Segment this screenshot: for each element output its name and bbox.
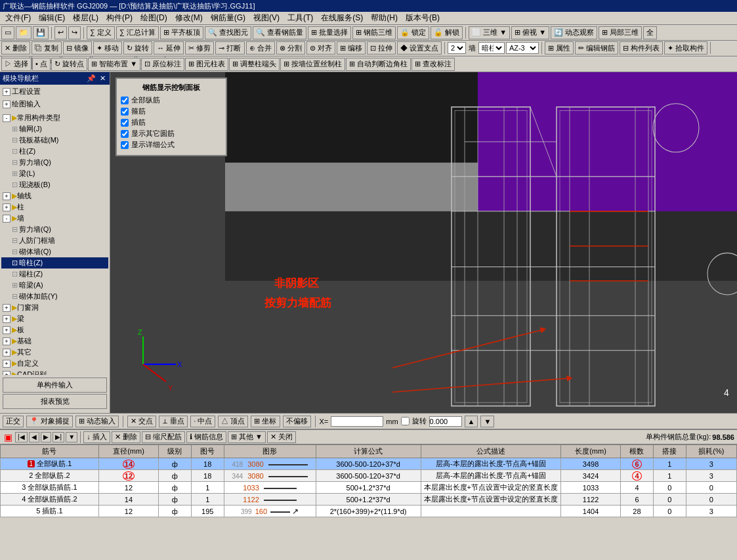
table-row[interactable]: 1 全部纵筋.1 14 ф 18 418 3080 3600-500-120+3… xyxy=(1,458,737,470)
tree-masonry-bar[interactable]: ⊟ 砌体加筋(Y) xyxy=(1,291,108,302)
tb-property[interactable]: ⊞ 属性 xyxy=(545,41,574,54)
menu-view[interactable]: 视图(V) xyxy=(249,11,284,25)
tree-column[interactable]: ⊡ 柱(Z) xyxy=(1,146,108,157)
tree-foundation[interactable]: + ▶ 基础 xyxy=(1,335,108,347)
tb-new[interactable]: ▭ xyxy=(1,26,14,39)
steel-check-1[interactable] xyxy=(121,108,129,116)
wall-type-select[interactable]: 暗柱 xyxy=(478,42,505,54)
tb-local3d[interactable]: ⊞ 局部三维 xyxy=(599,26,642,39)
tree-shearwall2[interactable]: ⊟ 剪力墙(Q) xyxy=(1,224,108,235)
tree-wall[interactable]: - ▶ 墙 xyxy=(1,213,108,224)
tree-darkbeam[interactable]: ⊞ 暗梁(A) xyxy=(1,280,108,291)
tb-mirror[interactable]: ⊟ 镜像 xyxy=(63,41,92,54)
lt-delete[interactable]: ✕ 删除 xyxy=(112,431,140,443)
bt-ortho[interactable]: 正交 xyxy=(3,416,24,427)
nav-first[interactable]: |◀ xyxy=(15,432,28,442)
table-row[interactable]: 4 全部纵筋插筋.2 14 ф 1 1122 500+1.2*37*d 本层露出… xyxy=(1,494,737,506)
tree-endcol[interactable]: ⊡ 端柱(Z) xyxy=(1,269,108,280)
tb-adjustend[interactable]: ⊞ 调整柱端头 xyxy=(229,58,280,71)
report-preview-btn[interactable]: 报表预览 xyxy=(3,394,107,409)
menu-version[interactable]: 版本号(B) xyxy=(402,11,444,25)
tb-open[interactable]: 📁 xyxy=(16,26,32,39)
tb-extend[interactable]: ↔ 延伸 xyxy=(154,41,184,54)
tb-move[interactable]: ✦ 移动 xyxy=(93,41,122,54)
single-component-btn[interactable]: 单构件输入 xyxy=(3,377,107,393)
steel-check-0[interactable] xyxy=(121,97,129,104)
lt-other[interactable]: ⊞ 其他 ▼ xyxy=(228,431,266,443)
section-header-draw[interactable]: + 绘图输入 xyxy=(1,98,108,110)
tree-beam[interactable]: ⊞ 梁(L) xyxy=(1,168,108,179)
section-header-setup[interactable]: + 工程设置 xyxy=(1,86,108,97)
tb-batchselect[interactable]: ⊞ 批量选择 xyxy=(308,26,351,39)
bt-rotate-down[interactable]: ▼ xyxy=(480,416,494,427)
tb-point[interactable]: • 点 xyxy=(32,58,51,71)
tb-all[interactable]: 全 xyxy=(643,26,657,39)
tb-define[interactable]: ∑ 定义 xyxy=(87,26,115,39)
tb-setpoint[interactable]: ◆ 设置支点 xyxy=(397,41,442,54)
table-row[interactable]: 2 全部纵筋.2 12 ф 18 344 3080 3600-500-120+3… xyxy=(1,470,737,482)
tb-checksteel[interactable]: 🔍 查看钢筋量 xyxy=(253,26,306,39)
tb-steel3d[interactable]: ⊞ 钢筋三维 xyxy=(352,26,396,39)
menu-draw[interactable]: 绘图(D) xyxy=(137,11,171,25)
menu-help[interactable]: 帮助(H) xyxy=(367,11,402,25)
tree-other[interactable]: + ▶ 其它 xyxy=(1,347,108,358)
x-input[interactable] xyxy=(331,416,383,427)
bt-midpoint[interactable]: · 中点 xyxy=(190,416,215,427)
tb-rotpoint[interactable]: ↻ 旋转点 xyxy=(51,58,87,71)
bt-intersection[interactable]: ✕ 交点 xyxy=(127,416,156,427)
tb-insitu[interactable]: ⊡ 原位标注 xyxy=(141,58,184,71)
tree-custom[interactable]: + ▶ 自定义 xyxy=(1,358,108,369)
lt-insert[interactable]: ↓ 插入 xyxy=(83,431,110,443)
tree-doorwin[interactable]: + ▶ 门窗洞 xyxy=(1,302,108,313)
bt-vertex[interactable]: △ 顶点 xyxy=(218,416,248,427)
nav-down[interactable]: ▼ xyxy=(66,432,77,442)
tb-select[interactable]: ▷ 选择 xyxy=(1,58,32,71)
tb-trim[interactable]: ✂ 修剪 xyxy=(185,41,214,54)
tree-axis[interactable]: ⊞ 轴网(J) xyxy=(1,123,108,135)
table-row[interactable]: 3 全部纵筋插筋.1 12 ф 1 1033 500+1.2*37*d 本层露出… xyxy=(1,482,737,494)
tb-view2[interactable]: ⊞ 俯视 ▼ xyxy=(511,26,549,39)
tree-shearwall[interactable]: ⊟ 剪力墙(Q) xyxy=(1,157,108,168)
nav-last[interactable]: ▶| xyxy=(53,432,65,442)
steel-check-3[interactable] xyxy=(121,130,129,138)
tb-summary[interactable]: ∑ 汇总计算 xyxy=(116,26,159,39)
menu-file[interactable]: 文件(F) xyxy=(1,11,35,25)
tree-axisline[interactable]: + ▶ 轴线 xyxy=(1,190,108,202)
tree-beam2[interactable]: + ▶ 梁 xyxy=(1,313,108,324)
lt-scalebar[interactable]: ⊟ 缩尺配筋 xyxy=(142,431,185,443)
tb-delete[interactable]: ✕ 删除 xyxy=(1,41,30,54)
menu-floor[interactable]: 楼层(L) xyxy=(69,11,102,25)
tb-smartlayout[interactable]: ⊞ 智能布置 ▼ xyxy=(88,58,140,71)
tb-rotate[interactable]: ↻ 旋转 xyxy=(123,41,152,54)
tb-align[interactable]: ⊜ 对齐 xyxy=(306,41,335,54)
bt-coord[interactable]: ⊞ 坐标 xyxy=(251,416,280,427)
lt-close[interactable]: ✕ 关闭 xyxy=(267,431,296,443)
menu-edit[interactable]: 编辑(E) xyxy=(35,11,69,25)
nav-next[interactable]: ▶ xyxy=(41,432,51,442)
floor-select[interactable]: 2 xyxy=(448,42,466,54)
bt-nooffset[interactable]: 不偏移 xyxy=(283,416,311,427)
bt-dynin[interactable]: ⊞ 动态输入 xyxy=(75,416,119,427)
tree-civildefwall[interactable]: ⊟ 人防门框墙 xyxy=(1,235,108,246)
tree-masonrywall[interactable]: ⊟ 砌体墙(Q) xyxy=(1,246,108,257)
tb-editsteel[interactable]: ✏ 编辑钢筋 xyxy=(575,41,618,54)
bt-perpendicular[interactable]: ⊥ 垂点 xyxy=(159,416,188,427)
nav-prev[interactable]: ◀ xyxy=(29,432,39,442)
sidebar-pin[interactable]: 📌 xyxy=(85,74,97,83)
tb-lock[interactable]: 🔒 锁定 xyxy=(397,26,429,39)
tb-unlock[interactable]: 🔓 解锁 xyxy=(431,26,463,39)
tb-colchart[interactable]: ⊞ 图元柱表 xyxy=(185,58,228,71)
tree-cad[interactable]: + ▶ CAD识别 xyxy=(1,369,108,375)
steel-check-4[interactable] xyxy=(121,141,129,149)
tb-checkanno[interactable]: ⊞ 查改标注 xyxy=(411,58,455,71)
lt-steelinfo[interactable]: ℹ 钢筋信息 xyxy=(186,431,226,443)
menu-online[interactable]: 在线服务(S) xyxy=(317,11,367,25)
element-select[interactable]: AZ-3 xyxy=(506,42,539,54)
tb-split[interactable]: ⊗ 分割 xyxy=(276,41,305,54)
tb-redo[interactable]: ↪ xyxy=(68,26,81,39)
tree-col2[interactable]: + ▶ 柱 xyxy=(1,202,108,213)
tb-complist[interactable]: ⊟ 构件列表 xyxy=(620,41,663,54)
tb-offset[interactable]: ⊞ 编移 xyxy=(337,41,366,54)
tree-common[interactable]: - ▶ 常用构件类型 xyxy=(1,112,108,123)
tb-pickup[interactable]: ✦ 拾取构件 xyxy=(664,41,707,54)
